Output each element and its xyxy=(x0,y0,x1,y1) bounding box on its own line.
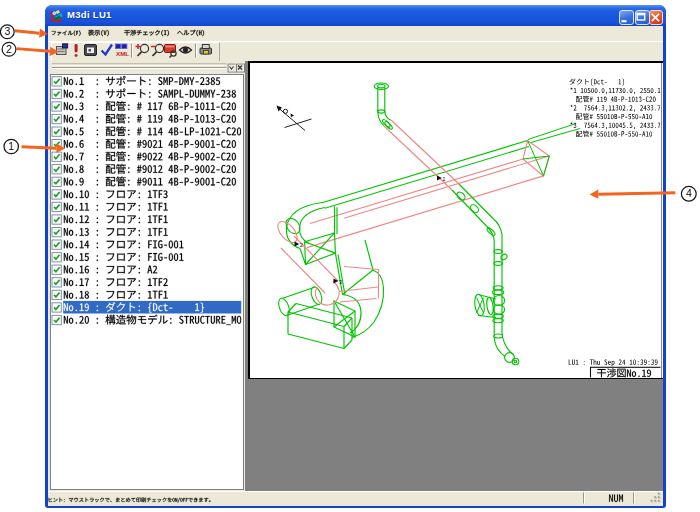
svg-text:2: 2 xyxy=(6,43,12,55)
svg-text:3: 3 xyxy=(4,25,10,37)
svg-text:1: 1 xyxy=(8,140,14,152)
svg-text:4: 4 xyxy=(686,187,692,199)
